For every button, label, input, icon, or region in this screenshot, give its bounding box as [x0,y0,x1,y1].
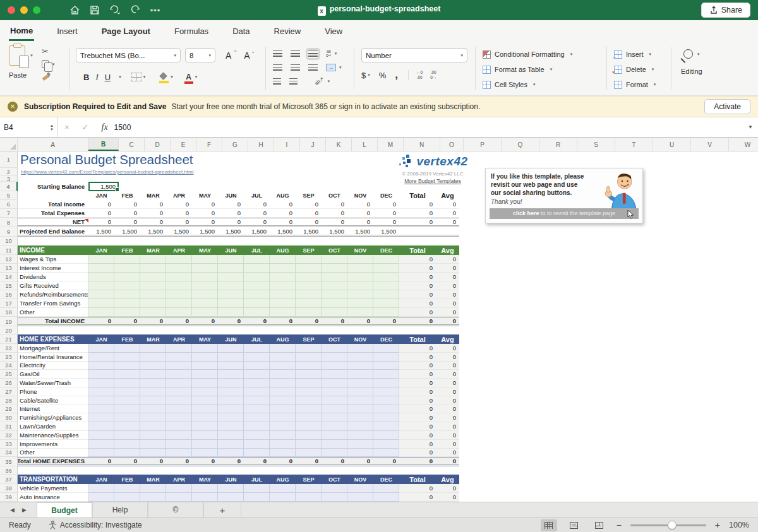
column-header-G[interactable]: G [222,138,248,151]
cell[interactable] [18,237,464,245]
data-cell[interactable]: 1,500 [114,227,140,237]
input-cell[interactable] [88,370,114,379]
input-cell[interactable] [140,255,166,264]
total-cell[interactable]: 0 [399,431,436,440]
row-header-29[interactable]: 29 [0,405,18,414]
input-cell[interactable] [140,362,166,370]
input-cell[interactable] [270,440,296,449]
data-cell[interactable]: 1,500 [218,227,244,237]
avg-cell[interactable]: 0 [436,413,459,422]
column-header-T[interactable]: T [615,138,653,151]
column-header-E[interactable]: E [171,138,196,151]
input-cell[interactable] [244,290,270,299]
input-cell[interactable] [192,379,218,387]
avg-cell[interactable]: 0 [436,449,459,458]
more-icon[interactable]: ••• [147,3,164,17]
input-cell[interactable] [218,413,244,422]
input-cell[interactable] [88,405,114,414]
add-sheet-button[interactable]: + [203,502,241,518]
input-cell[interactable] [140,281,166,290]
input-cell[interactable] [373,273,399,281]
input-cell[interactable] [218,422,244,431]
input-cell[interactable] [140,422,166,431]
input-cell[interactable] [373,493,399,502]
row-header-24[interactable]: 24 [0,362,18,370]
input-cell[interactable] [166,493,192,502]
input-cell[interactable] [192,413,218,422]
data-cell[interactable]: 0 [244,209,270,218]
data-cell[interactable]: 0 [218,209,244,218]
input-cell[interactable] [244,396,270,405]
tab-view[interactable]: View [323,22,344,40]
input-cell[interactable] [296,299,322,308]
avg-cell[interactable]: 0 [436,440,459,449]
input-cell[interactable] [322,273,347,281]
input-cell[interactable] [192,405,218,414]
redo-icon[interactable] [127,3,143,17]
total-cell[interactable]: 0 [399,362,436,370]
data-cell[interactable]: 0 [244,200,270,209]
input-cell[interactable] [88,422,114,431]
column-header-M[interactable]: M [378,138,404,151]
input-cell[interactable] [296,413,322,422]
input-cell[interactable] [322,255,347,264]
row-header-11[interactable]: 11 [0,245,18,255]
input-cell[interactable] [373,344,399,353]
data-cell[interactable]: 1,500 [373,227,399,237]
avg-cell[interactable]: 0 [436,353,459,362]
avg-cell[interactable]: 0 [436,493,459,502]
column-header-C[interactable]: C [119,138,145,151]
increase-decimal-button[interactable]: ←0.00 [416,71,423,80]
input-cell[interactable] [114,413,140,422]
data-cell[interactable]: 0 [166,200,192,209]
name-box-stepper[interactable]: ▲▼ [50,124,54,131]
column-header-B[interactable]: B [88,138,119,151]
total-cell[interactable]: 0 [399,209,436,218]
input-cell[interactable] [166,255,192,264]
data-cell[interactable]: 0 [347,218,373,227]
row-header-5[interactable]: 5 [0,191,18,200]
total-cell[interactable]: 0 [399,484,436,493]
close-window-button[interactable] [8,6,15,14]
total-month-cell[interactable]: 0 [296,317,322,326]
align-middle-icon[interactable] [291,50,300,57]
data-cell[interactable]: 0 [270,218,296,227]
avg-cell[interactable]: 0 [436,209,459,218]
input-cell[interactable] [218,387,244,396]
input-cell[interactable] [114,353,140,362]
borders-icon[interactable] [131,73,141,81]
input-cell[interactable] [347,290,373,299]
input-cell[interactable] [296,362,322,370]
input-cell[interactable] [296,440,322,449]
input-cell[interactable] [244,431,270,440]
input-cell[interactable] [218,396,244,405]
input-cell[interactable] [322,344,347,353]
row-header-18[interactable]: 18 [0,308,18,317]
row-header-28[interactable]: 28 [0,396,18,405]
input-cell[interactable] [140,290,166,299]
input-cell[interactable] [322,387,347,396]
input-cell[interactable] [140,396,166,405]
input-cell[interactable] [347,281,373,290]
input-cell[interactable] [347,299,373,308]
more-templates-link[interactable]: More Budget Templates [404,178,461,184]
input-cell[interactable] [88,273,114,281]
input-cell[interactable] [373,449,399,458]
total-cell[interactable]: 0 [399,317,436,326]
input-cell[interactable] [114,379,140,387]
input-cell[interactable] [270,273,296,281]
input-cell[interactable] [347,413,373,422]
total-cell[interactable]: 0 [399,281,436,290]
save-icon[interactable] [87,3,103,17]
input-cell[interactable] [166,379,192,387]
input-cell[interactable] [373,422,399,431]
wrap-text-icon[interactable]: abc↵ [326,50,332,58]
accessibility-status[interactable]: Accessibility: Investigate [60,521,142,529]
input-cell[interactable] [166,362,192,370]
data-cell[interactable]: 1,500 [244,227,270,237]
input-cell[interactable] [322,413,347,422]
starting-balance-cell[interactable]: 1,500 [88,182,119,191]
function-icon[interactable]: fx [102,122,108,133]
input-cell[interactable] [296,308,322,317]
input-cell[interactable] [270,308,296,317]
